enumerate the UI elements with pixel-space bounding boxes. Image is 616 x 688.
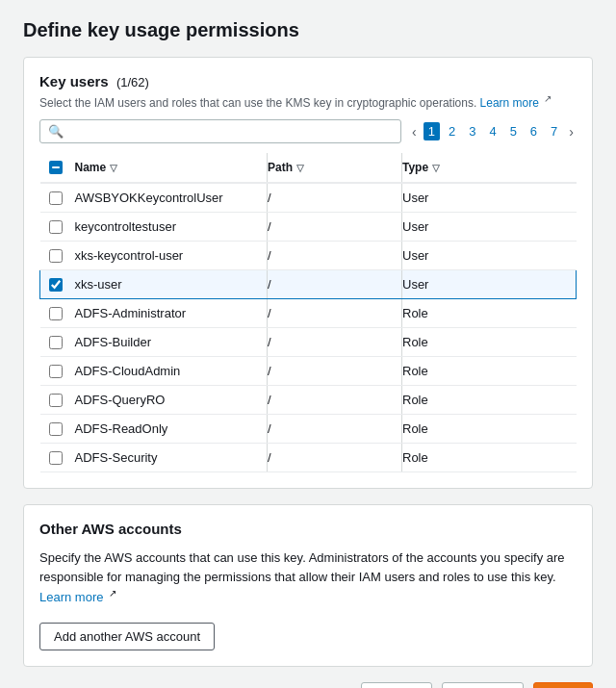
- key-users-table: Name ▽ Path ▽ Type ▽: [39, 153, 577, 472]
- row-type-5: Role: [402, 328, 577, 357]
- page-1[interactable]: 1: [424, 122, 440, 140]
- row-path-9: /: [268, 444, 402, 472]
- page-title: Define key usage permissions: [23, 19, 593, 41]
- row-checkbox-9[interactable]: [49, 451, 63, 465]
- page-7[interactable]: 7: [546, 122, 562, 140]
- search-input[interactable]: [69, 124, 393, 139]
- key-users-card: Key users (1/62) Select the IAM users an…: [23, 57, 593, 489]
- page-5[interactable]: 5: [505, 122, 522, 140]
- page-4[interactable]: 4: [484, 122, 500, 140]
- row-type-6: Role: [402, 357, 577, 386]
- pagination-controls: ‹ 1 2 3 4 5 6 7 ›: [409, 122, 577, 140]
- table-row: keycontroltestuser/User: [40, 213, 577, 242]
- row-path-6: /: [268, 357, 402, 386]
- row-name-0: AWSBYOKKeycontrolUser: [75, 183, 268, 213]
- row-type-0: User: [402, 183, 577, 213]
- row-name-3: xks-user: [75, 270, 268, 299]
- row-type-9: Role: [402, 444, 577, 472]
- row-checkbox-1[interactable]: [49, 220, 63, 234]
- key-users-learn-more-link[interactable]: Learn more: [480, 96, 539, 110]
- search-box[interactable]: 🔍: [39, 119, 401, 143]
- row-path-5: /: [268, 328, 402, 357]
- row-checkbox-6[interactable]: [49, 365, 63, 378]
- header-indeterminate-checkbox[interactable]: [49, 161, 63, 174]
- row-type-7: Role: [402, 386, 577, 415]
- row-path-7: /: [268, 386, 402, 415]
- table-row: ADFS-CloudAdmin/Role: [40, 357, 577, 386]
- table-header-checkbox-cell: [40, 153, 75, 183]
- table-row: ADFS-QueryRO/Role: [40, 386, 577, 415]
- aws-accounts-card: Other AWS accounts Specify the AWS accou…: [23, 504, 593, 667]
- row-name-2: xks-keycontrol-user: [75, 242, 268, 270]
- row-name-8: ADFS-ReadOnly: [75, 415, 268, 444]
- table-header-path[interactable]: Path ▽: [268, 153, 402, 183]
- footer-bar: Cancel Previous Next: [23, 682, 593, 688]
- search-icon: 🔍: [48, 124, 64, 139]
- page-3[interactable]: 3: [464, 122, 480, 140]
- table-header-name[interactable]: Name ▽: [75, 153, 268, 183]
- row-type-8: Role: [402, 415, 577, 444]
- aws-accounts-description: Specify the AWS accounts that can use th…: [39, 548, 577, 607]
- row-checkbox-3[interactable]: [49, 278, 63, 292]
- table-header-type[interactable]: Type ▽: [402, 153, 577, 183]
- row-name-6: ADFS-CloudAdmin: [75, 357, 268, 386]
- external-link-icon: ↗: [544, 93, 552, 104]
- table-row: xks-user/User: [40, 270, 577, 299]
- table-row: ADFS-Security/Role: [40, 444, 577, 472]
- page-6[interactable]: 6: [526, 122, 542, 140]
- row-type-3: User: [402, 270, 577, 299]
- prev-page-arrow[interactable]: ‹: [409, 124, 420, 140]
- add-aws-account-button[interactable]: Add another AWS account: [39, 623, 215, 650]
- row-name-4: ADFS-Administrator: [75, 299, 268, 328]
- row-path-8: /: [268, 415, 402, 444]
- row-path-2: /: [268, 242, 402, 270]
- row-type-1: User: [402, 213, 577, 242]
- row-name-5: ADFS-Builder: [75, 328, 268, 357]
- row-name-7: ADFS-QueryRO: [75, 386, 268, 415]
- type-sort-icon: ▽: [432, 163, 440, 173]
- next-page-arrow[interactable]: ›: [566, 124, 577, 140]
- path-sort-icon: ▽: [296, 163, 304, 173]
- name-sort-icon: ▽: [110, 163, 117, 173]
- external-link-icon-2: ↗: [109, 588, 116, 599]
- search-pagination-row: 🔍 ‹ 1 2 3 4 5 6 7 ›: [39, 119, 577, 143]
- row-checkbox-2[interactable]: [49, 249, 63, 263]
- row-path-1: /: [268, 213, 402, 242]
- table-row: ADFS-ReadOnly/Role: [40, 415, 577, 444]
- previous-button[interactable]: Previous: [442, 682, 524, 688]
- row-name-9: ADFS-Security: [75, 444, 268, 472]
- aws-accounts-header: Other AWS accounts: [39, 521, 577, 537]
- key-users-description: Select the IAM users and roles that can …: [39, 93, 577, 110]
- next-button[interactable]: Next: [533, 682, 593, 688]
- aws-accounts-learn-more-link[interactable]: Learn more: [39, 590, 103, 604]
- row-type-2: User: [402, 242, 577, 270]
- table-row: xks-keycontrol-user/User: [40, 242, 577, 270]
- row-name-1: keycontroltestuser: [75, 213, 268, 242]
- row-checkbox-0[interactable]: [49, 191, 63, 205]
- table-row: ADFS-Administrator/Role: [40, 299, 577, 328]
- table-row: AWSBYOKKeycontrolUser/User: [40, 183, 577, 213]
- table-row: ADFS-Builder/Role: [40, 328, 577, 357]
- row-checkbox-7[interactable]: [49, 394, 63, 407]
- cancel-button[interactable]: Cancel: [361, 682, 432, 688]
- row-type-4: Role: [402, 299, 577, 328]
- key-users-header: Key users (1/62): [39, 73, 577, 89]
- row-path-4: /: [268, 299, 402, 328]
- row-path-0: /: [268, 183, 402, 213]
- row-path-3: /: [268, 270, 402, 299]
- row-checkbox-4[interactable]: [49, 307, 63, 320]
- page-2[interactable]: 2: [444, 122, 460, 140]
- row-checkbox-5[interactable]: [49, 336, 63, 349]
- row-checkbox-8[interactable]: [49, 422, 63, 436]
